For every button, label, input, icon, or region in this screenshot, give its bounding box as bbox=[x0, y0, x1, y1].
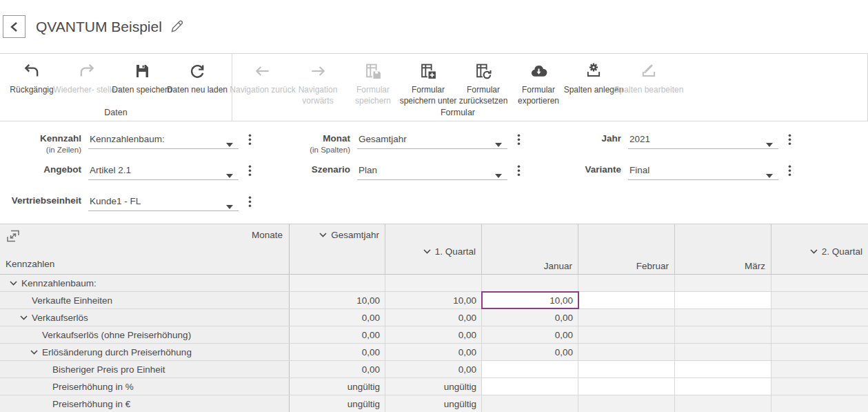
vertical-dots-icon bbox=[248, 134, 252, 146]
data-cell[interactable]: ungültig bbox=[290, 378, 385, 395]
data-cell[interactable] bbox=[578, 344, 675, 360]
data-cell[interactable] bbox=[578, 395, 675, 412]
variante-dropdown[interactable]: Final bbox=[628, 164, 778, 180]
data-cell[interactable] bbox=[482, 378, 578, 395]
data-cell[interactable] bbox=[771, 361, 868, 377]
data-cell[interactable] bbox=[675, 395, 771, 412]
toolbar-group-daten: Rückgängig Wiederher- stellen Daten spei… bbox=[0, 54, 232, 121]
gear-tray-icon bbox=[585, 59, 603, 84]
data-cell[interactable]: 0,00 bbox=[385, 309, 482, 326]
data-cell[interactable]: 10,00 bbox=[385, 292, 482, 308]
row-label[interactable]: Erlösänderung durch Preiserhöhung bbox=[0, 344, 290, 360]
data-cell[interactable]: 0,00 bbox=[385, 361, 482, 377]
filter-kennzahl: Kennzahl(in Zeilen) Kennzahlenbaum: bbox=[0, 130, 290, 161]
vertical-dots-icon bbox=[788, 165, 791, 177]
grid-header: Monate Kennzahlen Gesamtjahr1. QuartalJa… bbox=[0, 224, 868, 275]
data-cell[interactable] bbox=[771, 326, 868, 343]
row-label: Verkaufserlös (ohne Preiserhöhung) bbox=[0, 326, 290, 343]
data-cell[interactable]: 0,00 bbox=[385, 326, 482, 343]
back-button[interactable] bbox=[3, 15, 26, 38]
data-cell[interactable] bbox=[578, 326, 675, 343]
row-label[interactable]: Kennzahlenbaum: bbox=[0, 275, 290, 291]
data-cell[interactable] bbox=[771, 378, 868, 395]
variante-menu-button[interactable] bbox=[788, 165, 791, 177]
filter-monat: Monat(in Spalten) Gesamtjahr bbox=[290, 130, 572, 161]
data-cell[interactable] bbox=[675, 326, 771, 343]
pivot-grid: Monate Kennzahlen Gesamtjahr1. QuartalJa… bbox=[0, 224, 868, 412]
edit-title-button[interactable] bbox=[170, 19, 184, 34]
szenario-dropdown[interactable]: Plan bbox=[357, 164, 507, 180]
vertriebseinheit-dropdown[interactable]: Kunde1 - FL bbox=[88, 195, 239, 211]
data-cell[interactable]: ungültig bbox=[385, 395, 482, 412]
data-cell[interactable] bbox=[771, 292, 868, 308]
filter-variante-label: Variante bbox=[585, 164, 621, 175]
kennzahl-menu-button[interactable] bbox=[248, 134, 252, 146]
data-cell[interactable] bbox=[482, 361, 578, 377]
data-cell[interactable]: 0,00 bbox=[290, 326, 385, 343]
data-cell[interactable] bbox=[675, 292, 771, 308]
data-cell[interactable] bbox=[771, 275, 868, 291]
vertical-dots-icon bbox=[517, 165, 521, 177]
data-cell[interactable]: 0,00 bbox=[290, 309, 385, 326]
data-cell[interactable] bbox=[290, 275, 385, 291]
filter-vertriebseinheit-label: Vertriebseinheit bbox=[12, 195, 81, 206]
data-cell[interactable] bbox=[482, 275, 578, 291]
data-cell[interactable]: 0,00 bbox=[482, 326, 578, 343]
column-header[interactable]: Gesamtjahr bbox=[290, 224, 385, 274]
form-save-as-icon bbox=[420, 59, 437, 84]
column-header: Januar bbox=[482, 224, 578, 274]
vertical-dots-icon bbox=[788, 134, 791, 146]
column-header[interactable]: 1. Quartal bbox=[385, 224, 482, 274]
data-cell[interactable] bbox=[675, 361, 771, 377]
data-cell[interactable]: ungültig bbox=[385, 378, 482, 395]
data-cell[interactable] bbox=[771, 344, 868, 360]
grid-body: Kennzahlenbaum:Verkaufte Einheiten10,001… bbox=[0, 275, 868, 412]
monat-dropdown[interactable]: Gesamtjahr bbox=[357, 133, 507, 149]
data-cell[interactable]: 0,00 bbox=[482, 309, 578, 326]
row-label[interactable]: Verkaufserlös bbox=[0, 309, 290, 326]
data-cell[interactable]: 0,00 bbox=[385, 344, 482, 360]
transpose-icon[interactable] bbox=[5, 229, 21, 245]
row-label: Bisheriger Preis pro Einheit bbox=[0, 361, 290, 377]
kennzahl-dropdown[interactable]: Kennzahlenbaum: bbox=[88, 133, 239, 149]
data-cell[interactable] bbox=[385, 275, 482, 291]
chevron-down-icon bbox=[423, 249, 431, 254]
jahr-dropdown[interactable]: 2021 bbox=[628, 133, 778, 149]
data-cell[interactable]: 10,00 bbox=[482, 292, 578, 308]
data-cell[interactable]: ungültig bbox=[290, 395, 385, 412]
data-cell[interactable]: 0,00 bbox=[482, 344, 578, 360]
angebot-dropdown[interactable]: Artikel 2.1 bbox=[88, 164, 239, 180]
data-cell[interactable] bbox=[771, 309, 868, 326]
data-cell[interactable] bbox=[578, 309, 675, 326]
data-cell[interactable] bbox=[578, 378, 675, 395]
data-cell[interactable] bbox=[675, 275, 771, 291]
data-cell[interactable]: 0,00 bbox=[290, 344, 385, 360]
column-header-label: Gesamtjahr bbox=[331, 230, 379, 240]
data-cell[interactable]: 0,00 bbox=[290, 361, 385, 377]
data-cell[interactable] bbox=[771, 395, 868, 412]
szenario-menu-button[interactable] bbox=[517, 165, 521, 177]
toolbar-group-formular: Navigation zurück Navigation vorwärts Fo… bbox=[232, 54, 683, 121]
caret-down-icon bbox=[766, 139, 773, 149]
data-cell[interactable] bbox=[675, 309, 771, 326]
data-cell[interactable] bbox=[578, 361, 675, 377]
redo-icon bbox=[78, 59, 96, 84]
filter-jahr: Jahr 2021 bbox=[572, 130, 868, 161]
data-cell[interactable]: 10,00 bbox=[290, 292, 385, 308]
monat-menu-button[interactable] bbox=[517, 134, 521, 146]
row-label-text: Preiserhöhung in € bbox=[52, 399, 130, 409]
angebot-menu-button[interactable] bbox=[248, 165, 252, 177]
caret-down-icon bbox=[495, 170, 502, 180]
row-label: Verkaufte Einheiten bbox=[0, 292, 290, 308]
data-cell[interactable] bbox=[675, 344, 771, 360]
jahr-menu-button[interactable] bbox=[788, 134, 791, 146]
row-label: Preiserhöhung in € bbox=[0, 395, 290, 412]
data-cell[interactable] bbox=[578, 292, 675, 308]
table-row: Erlösänderung durch Preiserhöhung0,000,0… bbox=[0, 344, 868, 361]
vertriebseinheit-menu-button[interactable] bbox=[248, 196, 252, 208]
data-cell[interactable] bbox=[482, 395, 578, 412]
data-cell[interactable] bbox=[578, 275, 675, 291]
column-header[interactable]: 2. Quartal bbox=[771, 224, 868, 274]
data-cell[interactable] bbox=[675, 378, 771, 395]
caret-down-icon bbox=[226, 139, 233, 149]
